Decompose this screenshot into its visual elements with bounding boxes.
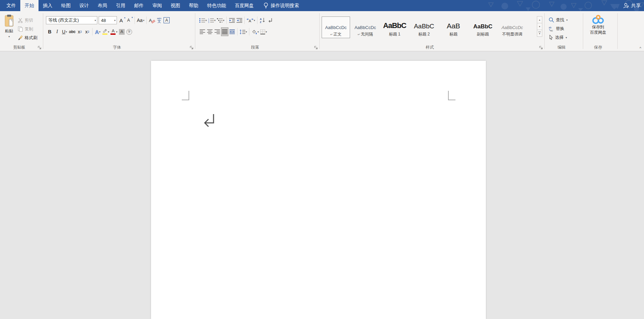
tab-help[interactable]: 帮助 — [184, 0, 203, 11]
font-size-chevron-icon[interactable]: ▾ — [114, 19, 116, 22]
styles-dialog-launcher[interactable] — [539, 46, 543, 50]
shading-button[interactable]: ▾ — [251, 27, 259, 36]
sort-icon: A Z — [260, 18, 265, 23]
copy-icon — [18, 26, 23, 32]
multilevel-list-button[interactable]: ▾ — [216, 16, 225, 25]
styles-scroll-down-button[interactable]: ▾ — [537, 23, 542, 30]
character-border-button[interactable]: A — [163, 16, 170, 25]
style-subtle-emphasis[interactable]: AaBbCcDc 不明显强调 — [498, 17, 526, 38]
editing-group-label: 编辑 — [545, 45, 578, 50]
text-effects-icon: A — [95, 29, 99, 35]
decrease-indent-icon — [229, 18, 235, 23]
cut-button[interactable]: 剪切 — [18, 17, 38, 24]
copy-label: 复制 — [25, 26, 33, 32]
borders-icon — [260, 29, 265, 34]
style-no-spacing[interactable]: AaBbCcDc ↵无间隔 — [351, 17, 379, 38]
tab-insert[interactable]: 插入 — [39, 0, 57, 11]
tab-layout[interactable]: 布局 — [93, 0, 112, 11]
ribbon: 粘贴 ▾ 剪切 — [0, 11, 644, 51]
paragraph-group-label: 段落 — [195, 45, 315, 50]
line-spacing-button[interactable]: ▾ — [239, 27, 248, 36]
format-painter-button[interactable]: 格式刷 — [18, 34, 38, 42]
superscript-button[interactable]: x2 — [83, 27, 91, 36]
sort-button[interactable]: A Z — [259, 16, 266, 25]
text-effects-button[interactable]: A ▾ — [94, 27, 101, 36]
highlight-color-button[interactable]: ▾ — [101, 27, 110, 36]
bullets-button[interactable]: ▾ — [199, 16, 207, 25]
font-group-label: 字体 — [43, 45, 191, 50]
align-left-button[interactable] — [199, 27, 206, 36]
svg-text:ac: ac — [550, 29, 553, 32]
tab-baidu-netdisk[interactable]: 百度网盘 — [230, 0, 258, 11]
styles-scroll-up-button[interactable]: ▴ — [537, 16, 542, 23]
tab-home[interactable]: 开始 — [20, 0, 39, 11]
tab-review[interactable]: 审阅 — [148, 0, 166, 11]
copy-button[interactable]: 复制 — [18, 25, 38, 33]
paste-button[interactable]: 粘贴 ▾ — [2, 15, 17, 38]
align-right-button[interactable] — [214, 27, 221, 36]
tab-references[interactable]: 引用 — [112, 0, 130, 11]
decrease-indent-button[interactable] — [228, 16, 236, 25]
lightbulb-icon — [264, 2, 268, 9]
justify-button[interactable] — [221, 27, 228, 36]
group-editing: 查找 ▾ ab ac 替换 — [545, 11, 583, 51]
group-clipboard: 粘贴 ▾ 剪切 — [0, 11, 43, 51]
enclose-characters-button[interactable]: 字 — [125, 27, 133, 36]
increase-indent-button[interactable] — [236, 16, 243, 25]
tab-mailings[interactable]: 邮件 — [130, 0, 148, 11]
share-button[interactable]: 共享 — [623, 0, 641, 11]
tab-view[interactable]: 视图 — [166, 0, 184, 11]
asian-layout-button[interactable]: A ▾ — [246, 16, 256, 25]
distribute-button[interactable] — [228, 27, 236, 36]
paragraph-dialog-launcher[interactable] — [314, 46, 318, 50]
shrink-font-button[interactable]: A ▾ — [126, 16, 133, 25]
select-button[interactable]: 选择 ▾ — [549, 34, 568, 41]
style-heading-2[interactable]: AaBbC 标题 2 — [410, 17, 438, 38]
document-area[interactable] — [0, 52, 644, 319]
align-center-button[interactable] — [206, 27, 214, 36]
tab-special-features[interactable]: 特色功能 — [203, 0, 230, 11]
phonetic-guide-button[interactable]: wén 文 — [155, 16, 163, 25]
bullets-icon — [199, 18, 205, 23]
tab-design[interactable]: 设计 — [75, 0, 93, 11]
format-painter-icon — [18, 35, 23, 41]
font-size-combobox[interactable]: 48 ▾ — [99, 16, 117, 24]
font-color-button[interactable]: A ▾ — [110, 27, 118, 36]
change-case-button[interactable]: Aa ▾ — [136, 16, 145, 25]
borders-button[interactable]: ▾ — [259, 27, 268, 36]
clear-formatting-button[interactable]: A — [148, 16, 155, 25]
find-button[interactable]: 查找 ▾ — [549, 16, 568, 24]
svg-text:ab: ab — [549, 26, 551, 29]
style-subtitle[interactable]: AaBbC 副标题 — [469, 17, 497, 38]
underline-button[interactable]: U▾ — [61, 27, 68, 36]
save-to-baidu-netdisk-button[interactable]: 保存到 百度网盘 — [583, 14, 613, 35]
select-label: 选择 — [555, 35, 564, 41]
grow-font-button[interactable]: A ▴ — [118, 16, 126, 25]
show-marks-button[interactable] — [266, 16, 274, 25]
paste-chevron-icon[interactable]: ▾ — [2, 35, 17, 38]
tell-me-search[interactable]: 操作说明搜索 — [264, 0, 299, 11]
font-dialog-launcher[interactable] — [190, 46, 194, 50]
style-normal[interactable]: AaBbCcDc ↵正文 — [322, 17, 350, 38]
italic-button[interactable]: I — [53, 27, 61, 36]
tab-draw[interactable]: 绘图 — [57, 0, 75, 11]
character-shading-button[interactable]: A — [118, 27, 125, 36]
numbering-button[interactable]: 123 ▾ — [207, 16, 216, 25]
bold-button[interactable]: B — [46, 27, 53, 36]
svg-text:A: A — [249, 19, 251, 23]
font-name-combobox[interactable]: 等线 (西文正文) ▾ — [46, 16, 97, 24]
paste-clipboard-icon — [2, 15, 17, 27]
collapse-ribbon-button[interactable]: ^ — [640, 46, 641, 50]
document-page[interactable] — [151, 61, 486, 319]
clipboard-dialog-launcher[interactable] — [38, 46, 42, 50]
save-to-baidu-line2: 百度网盘 — [590, 30, 606, 35]
styles-more-button[interactable]: ▾ — [537, 30, 542, 37]
replace-button[interactable]: ab ac 替换 — [549, 25, 568, 32]
enclose-characters-icon: 字 — [126, 29, 132, 35]
subscript-button[interactable]: x2 — [76, 27, 83, 36]
style-heading-1[interactable]: AaBbC 标题 1 — [380, 17, 409, 38]
tab-file[interactable]: 文件 — [2, 0, 20, 11]
font-name-chevron-icon[interactable]: ▾ — [95, 19, 96, 22]
style-title[interactable]: AaB 标题 — [439, 17, 468, 38]
strikethrough-button[interactable]: abc — [68, 27, 76, 36]
